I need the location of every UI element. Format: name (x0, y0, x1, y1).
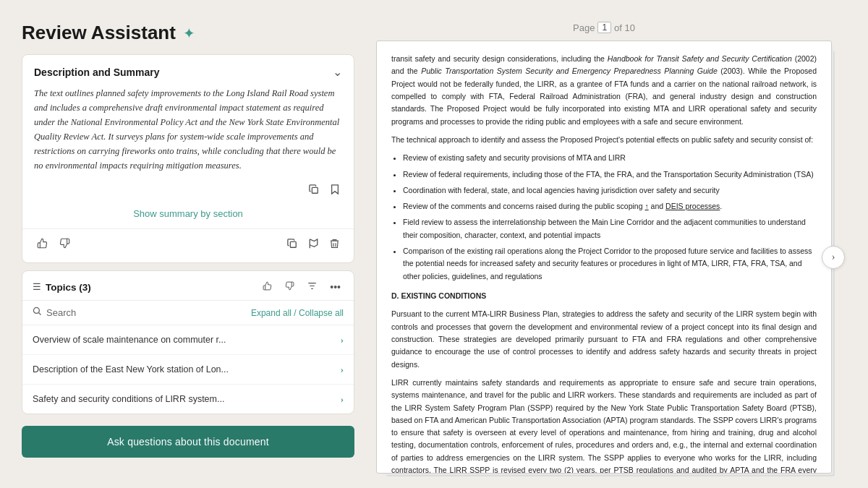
copy-bottom-button[interactable] (284, 237, 300, 252)
doc-bullet-item: Review of existing safety and security p… (403, 152, 817, 164)
topics-thumbs-up[interactable] (260, 280, 275, 294)
summary-card-title: Description and Summary (34, 67, 160, 78)
topic-item-text: Safety and security conditions of LIRR s… (33, 394, 224, 404)
flag-button[interactable] (306, 237, 321, 252)
list-item[interactable]: Overview of scale maintenance on commute… (22, 325, 354, 355)
chevron-right-icon: › (341, 334, 344, 346)
sparkle-icon: ✦ (183, 25, 195, 42)
show-summary-link[interactable]: Show summary by section (133, 208, 243, 219)
thumbs-down-button[interactable] (56, 236, 73, 252)
document-page: transit safety and security design consi… (376, 40, 832, 474)
topics-filter[interactable] (305, 280, 320, 294)
doc-bullet-item: Review of the comments and concerns rais… (403, 200, 817, 213)
doc-bullet-item: Coordination with federal, state, and lo… (403, 184, 817, 197)
page-label-before: Page (573, 22, 595, 33)
next-page-button[interactable]: › (822, 246, 845, 269)
svg-point-2 (33, 307, 39, 313)
topics-more[interactable]: ••• (327, 280, 344, 294)
list-item[interactable]: Safety and security conditions of LIRR s… (22, 385, 354, 414)
ask-questions-button[interactable]: Ask questions about this document (22, 426, 354, 458)
doc-bullet-item: Comparison of the existing rail operatio… (403, 245, 817, 283)
summary-text: The text outlines planned safety improve… (22, 86, 354, 180)
chevron-right-icon: › (341, 364, 344, 375)
chevron-right-icon: › (341, 393, 344, 405)
thumbs-up-button[interactable] (34, 236, 51, 252)
topic-item-text: Description of the East New York station… (33, 364, 229, 374)
doc-bullet-item: Review of federal requirements, includin… (403, 168, 817, 181)
doc-paragraph: LIRR currently maintains safety standard… (391, 377, 817, 474)
section-heading: D. EXISTING CONDITIONS (391, 290, 817, 302)
doc-bullet-list: Review of existing safety and security p… (403, 152, 817, 283)
page-indicator: Page 1 of 10 (376, 22, 832, 33)
topics-card: ☰ Topics (3) (22, 270, 354, 414)
chevron-down-icon[interactable]: ⌄ (333, 65, 342, 79)
search-icon (33, 307, 42, 319)
topic-item-text: Overview of scale maintenance on commute… (33, 335, 226, 345)
page-label-after: of 10 (614, 22, 635, 33)
svg-rect-1 (290, 241, 296, 247)
page-title: Review Assistant (22, 22, 176, 44)
doc-paragraph: Pursuant to the current MTA-LIRR Busines… (391, 308, 817, 371)
svg-rect-0 (312, 187, 318, 193)
page-number: 1 (597, 22, 611, 33)
doc-paragraph: transit safety and security design consi… (391, 53, 817, 128)
doc-bullet-item: Field review to assess the interrelation… (403, 216, 817, 241)
hamburger-icon: ☰ (33, 281, 41, 293)
search-label[interactable]: Search (46, 307, 76, 318)
topics-title: Topics (3) (46, 282, 91, 293)
list-item[interactable]: Description of the East New York station… (22, 355, 354, 385)
delete-button[interactable] (327, 237, 342, 252)
bookmark-button[interactable] (328, 183, 342, 198)
doc-paragraph: The technical approach to identify and a… (391, 134, 817, 146)
summary-card: Description and Summary ⌄ The text outli… (22, 54, 354, 263)
expand-collapse-link[interactable]: Expand all / Collapse all (251, 308, 344, 318)
topics-thumbs-down[interactable] (282, 280, 297, 294)
copy-button[interactable] (306, 183, 322, 198)
